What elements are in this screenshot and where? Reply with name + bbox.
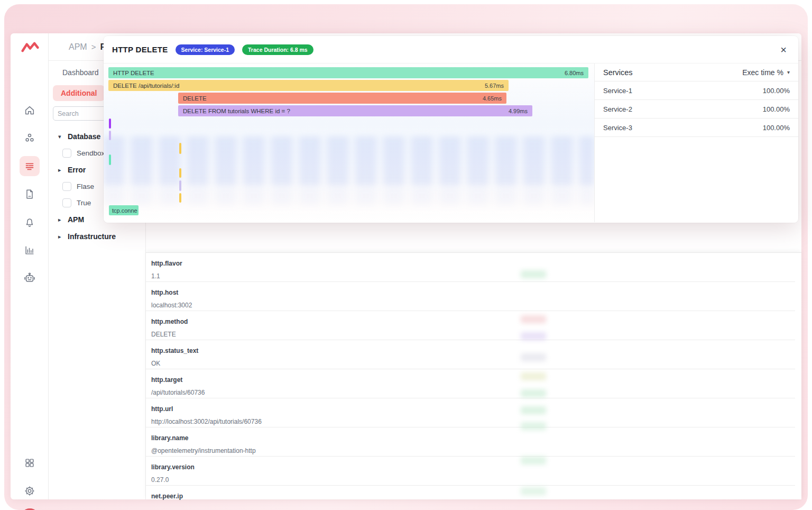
traces-icon[interactable] bbox=[20, 156, 40, 176]
span-bar-sql-delete[interactable]: DELETE FROM tutorials WHERE id = ? 4.99m… bbox=[178, 105, 532, 116]
mini-span[interactable] bbox=[179, 193, 181, 203]
blurred-badge bbox=[521, 372, 546, 380]
app-window: APM > Pro Dashboard Additional ▾ Databas… bbox=[11, 33, 801, 499]
trace-waterfall: HTTP DELETE 6.80ms DELETE /api/tutorials… bbox=[104, 63, 595, 222]
attribute-row: http.host localhost:3002 bbox=[146, 282, 795, 311]
checkbox-unchecked[interactable] bbox=[62, 149, 71, 158]
exec-time-sort[interactable]: Exec time % ▾ bbox=[742, 68, 790, 77]
service-row[interactable]: Service-2 100.00% bbox=[595, 100, 798, 119]
attribute-row: net.peer.ip bbox=[146, 486, 795, 510]
blurred-badge bbox=[521, 315, 546, 323]
modal-body: HTTP DELETE 6.80ms DELETE /api/tutorials… bbox=[104, 63, 798, 222]
span-duration: 6.80ms bbox=[565, 70, 584, 76]
blurred-badge bbox=[521, 353, 546, 361]
attribute-row: http.status_text OK bbox=[146, 340, 795, 369]
services-panel: Services Exec time % ▾ Service-1 100.00%… bbox=[595, 63, 798, 222]
checkbox-unchecked[interactable] bbox=[62, 198, 71, 207]
services-title: Services bbox=[603, 68, 633, 77]
mini-span[interactable] bbox=[179, 143, 181, 154]
span-bar-tcp-connect[interactable]: tcp.conne bbox=[109, 205, 139, 215]
settings-gear-icon[interactable] bbox=[20, 481, 40, 501]
attribute-row: http.target /api/tutorials/60736 bbox=[146, 369, 795, 398]
blurred-span-rows bbox=[104, 136, 594, 185]
trace-duration-badge: Trace Duration: 6.8 ms bbox=[242, 44, 313, 55]
assistant-robot-icon[interactable] bbox=[20, 268, 40, 288]
service-row[interactable]: Service-3 100.00% bbox=[595, 119, 798, 137]
modal-title: HTTP DELETE bbox=[112, 45, 168, 54]
additional-filter-badge[interactable]: Additional bbox=[53, 85, 105, 101]
home-icon[interactable] bbox=[20, 101, 40, 121]
mini-span[interactable] bbox=[179, 180, 181, 191]
notifications-bell-icon[interactable] bbox=[20, 212, 40, 232]
icon-rail bbox=[11, 33, 49, 499]
mini-span[interactable] bbox=[109, 131, 111, 140]
apps-grid-icon[interactable] bbox=[20, 453, 40, 473]
span-duration: 4.65ms bbox=[483, 95, 502, 102]
mini-span[interactable] bbox=[109, 154, 111, 165]
chevron-right-icon: ▸ bbox=[58, 167, 63, 174]
document-icon[interactable] bbox=[20, 184, 40, 204]
blurred-badge bbox=[521, 457, 546, 465]
span-bar-delete-route[interactable]: DELETE /api/tutorials/:id 5.67ms bbox=[108, 80, 509, 91]
blurred-badge bbox=[521, 270, 546, 278]
attribute-row: http.method DELETE bbox=[146, 311, 795, 340]
span-bar-delete[interactable]: DELETE 4.65ms bbox=[178, 93, 506, 104]
blurred-badge bbox=[521, 487, 546, 495]
checkbox-unchecked[interactable] bbox=[62, 182, 71, 191]
span-duration: 4.99ms bbox=[509, 108, 528, 114]
span-bar-http-delete[interactable]: HTTP DELETE 6.80ms bbox=[108, 67, 588, 78]
attribute-row: http.url http://localhost:3002/api/tutor… bbox=[146, 398, 795, 427]
mini-span[interactable] bbox=[109, 119, 111, 129]
attribute-row: library.version 0.27.0 bbox=[146, 457, 795, 486]
service-row[interactable]: Service-1 100.00% bbox=[595, 81, 798, 100]
chevron-down-icon: ▾ bbox=[58, 133, 63, 140]
blurred-badge bbox=[521, 422, 546, 430]
mini-span[interactable] bbox=[179, 168, 181, 178]
trace-detail-modal: HTTP DELETE Service: Service-1 Trace Dur… bbox=[104, 36, 798, 223]
blurred-span-rows bbox=[104, 186, 594, 205]
hierarchy-icon[interactable] bbox=[20, 128, 40, 148]
service-badge: Service: Service-1 bbox=[176, 44, 235, 55]
chevron-down-icon: ▾ bbox=[787, 69, 790, 75]
attribute-row: http.flavor 1.1 bbox=[146, 253, 795, 282]
breadcrumb-section[interactable]: APM bbox=[69, 42, 87, 52]
chevron-right-icon: ▸ bbox=[58, 233, 63, 240]
services-panel-header: Services Exec time % ▾ bbox=[595, 63, 798, 81]
blurred-badge bbox=[521, 389, 546, 397]
span-attributes-list: http.flavor 1.1 http.host localhost:3002… bbox=[146, 252, 801, 499]
filter-group-infrastructure[interactable]: ▸ Infrastructure bbox=[53, 228, 141, 245]
attribute-row: library.name @opentelemetry/instrumentat… bbox=[146, 427, 795, 457]
brand-logo-icon[interactable] bbox=[21, 40, 40, 57]
breadcrumb-separator: > bbox=[91, 42, 96, 51]
blurred-badge bbox=[521, 332, 546, 340]
chevron-right-icon: ▸ bbox=[58, 216, 63, 223]
modal-header: HTTP DELETE Service: Service-1 Trace Dur… bbox=[104, 36, 798, 63]
close-icon[interactable]: × bbox=[777, 43, 790, 56]
blurred-badge bbox=[521, 406, 546, 414]
span-duration: 5.67ms bbox=[485, 83, 504, 89]
metrics-chart-icon[interactable] bbox=[20, 240, 40, 260]
